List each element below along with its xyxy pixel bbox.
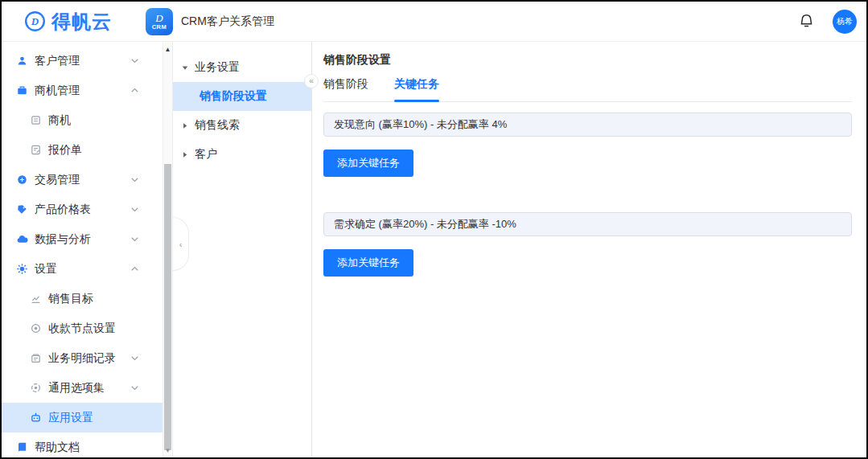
scrollbar-thumb[interactable] [164, 164, 171, 450]
stage-summary-banner: 发现意向 (赢率10%) - 未分配赢率 4% [323, 113, 852, 137]
sidebar-item-label: 设置 [35, 262, 57, 277]
help-doc-icon [16, 441, 28, 453]
tab-key-tasks[interactable]: 关键任务 [394, 77, 439, 101]
sidebar-item-7[interactable]: 数据与分析 [2, 224, 162, 254]
analytics-icon [16, 233, 28, 245]
sidebar-item-label: 报价单 [48, 143, 82, 158]
option-set-icon [30, 382, 42, 394]
sidebar-item-label: 数据与分析 [35, 232, 91, 247]
quotation-icon [30, 144, 42, 156]
chevron-down-icon [129, 352, 146, 364]
sidebar-item-3[interactable]: 商机 [2, 105, 162, 135]
arrow-down-icon [180, 62, 190, 74]
svg-text:D: D [31, 15, 39, 27]
tree-item-label: 销售线索 [195, 118, 240, 133]
sidebar-item-label: 产品价格表 [35, 203, 91, 217]
chevron-up-icon [129, 84, 146, 96]
app-body: 客户管理商机管理商机报价单交易管理产品价格表数据与分析设置销售目标收款节点设置业… [2, 42, 866, 457]
chevron-down-icon [129, 382, 146, 394]
trade-icon [16, 174, 28, 186]
scroll-up-arrow-icon[interactable]: ▲ [163, 46, 172, 54]
opportunity-doc-icon [30, 114, 42, 126]
sidebar-item-9[interactable]: 销售目标 [2, 284, 162, 314]
sidebar-item-13[interactable]: 应用设置 [2, 403, 162, 432]
pricelist-icon [16, 203, 28, 215]
sidebar-item-label: 商机管理 [35, 84, 80, 98]
sections: 发现意向 (赢率10%) - 未分配赢率 4%添加关键任务需求确定 (赢率20%… [323, 113, 852, 277]
stage-summary-banner: 需求确定 (赢率20%) - 未分配赢率 -10% [323, 212, 852, 236]
panel-collapse-button[interactable]: « [304, 74, 319, 88]
scroll-down-arrow-icon[interactable]: ▼ [163, 447, 172, 455]
arrow-right-icon [180, 149, 190, 161]
sidebar-item-label: 应用设置 [48, 411, 93, 425]
sidebar-item-5[interactable]: 交易管理 [2, 165, 162, 195]
sidebar-item-14[interactable]: 帮助文档 [2, 432, 162, 457]
tree-item-2[interactable]: 销售阶段设置 [173, 82, 311, 111]
chevron-down-icon [129, 55, 146, 67]
sidebar-item-label: 交易管理 [35, 173, 80, 187]
tree-item-label: 销售阶段设置 [200, 89, 267, 104]
chevron-down-icon [129, 233, 146, 245]
sales-target-icon [30, 293, 42, 305]
tab-sales-stage[interactable]: 销售阶段 [323, 77, 368, 101]
sidebar-item-6[interactable]: 产品价格表 [2, 195, 162, 224]
sidebar-item-12[interactable]: 通用选项集 [2, 373, 162, 403]
app-settings-icon [30, 412, 42, 424]
sidebar-item-label: 帮助文档 [35, 441, 80, 455]
tree-item-label: 客户 [195, 147, 217, 162]
sidebar-item-11[interactable]: 业务明细记录 [2, 343, 162, 373]
sidebar-scrollbar[interactable]: ▲ ▼ [162, 42, 173, 457]
sidebar-item-label: 收款节点设置 [48, 322, 116, 336]
crm-badge-label: CRM [152, 24, 167, 31]
crm-badge-mark: D [155, 13, 162, 23]
defan-logo-icon: D [24, 10, 46, 32]
tree-item-1[interactable]: 业务设置 [173, 53, 311, 82]
sidebar-item-8[interactable]: 设置 [2, 254, 162, 284]
sidebar-item-1[interactable]: 客户管理 [2, 46, 162, 76]
sidebar-item-label: 客户管理 [35, 54, 80, 68]
sidebar-item-10[interactable]: 收款节点设置 [2, 314, 162, 343]
logo-text: 得帆云 [51, 9, 112, 35]
arrow-right-icon [180, 120, 190, 132]
tree-items: 业务设置销售阶段设置销售线索客户 [173, 53, 311, 169]
tree-item-4[interactable]: 客户 [173, 140, 311, 169]
tree-item-3[interactable]: 销售线索 [173, 111, 311, 140]
sidebar-nav: 客户管理商机管理商机报价单交易管理产品价格表数据与分析设置销售目标收款节点设置业… [2, 42, 162, 457]
add-key-task-button[interactable]: 添加关键任务 [323, 150, 413, 177]
business-record-icon [30, 352, 42, 364]
user-avatar[interactable]: 杨希 [833, 10, 857, 34]
settings-tree-panel: ‹ « 业务设置销售阶段设置销售线索客户 [173, 42, 312, 457]
chevron-down-icon [129, 203, 146, 215]
sidebar-collapse-handle[interactable]: ‹ [173, 217, 189, 271]
page-title: 销售阶段设置 [323, 53, 852, 68]
sidebar-item-2[interactable]: 商机管理 [2, 76, 162, 105]
stage-section-1: 发现意向 (赢率10%) - 未分配赢率 4%添加关键任务 [323, 113, 852, 177]
sidebar-item-label: 业务明细记录 [48, 351, 116, 366]
chevron-up-icon [129, 263, 146, 275]
sidebar-item-label: 销售目标 [48, 292, 93, 306]
sidebar-item-label: 商机 [48, 113, 71, 128]
defan-cloud-logo: D 得帆云 [24, 9, 112, 35]
tab-bar: 销售阶段 关键任务 [323, 77, 852, 102]
settings-icon [16, 263, 28, 275]
chevron-down-icon [129, 174, 146, 186]
header-actions: 杨希 [798, 10, 857, 34]
main-content: 销售阶段设置 销售阶段 关键任务 发现意向 (赢率10%) - 未分配赢率 4%… [312, 42, 866, 457]
crm-app-badge-icon: D CRM [146, 8, 173, 35]
sidebar-item-label: 通用选项集 [48, 381, 105, 395]
opportunity-icon [16, 84, 28, 96]
payment-node-icon [30, 322, 42, 334]
customers-icon [16, 55, 28, 67]
sidebar-item-4[interactable]: 报价单 [2, 135, 162, 165]
add-key-task-button[interactable]: 添加关键任务 [323, 249, 413, 277]
stage-section-2: 需求确定 (赢率20%) - 未分配赢率 -10%添加关键任务 [323, 212, 852, 277]
notification-bell-icon[interactable] [798, 13, 815, 30]
crm-app-window: D 得帆云 D CRM CRM客户关系管理 杨希 客户管理商机管理商机报价单交易… [0, 0, 868, 459]
top-header: D 得帆云 D CRM CRM客户关系管理 杨希 [2, 2, 866, 42]
tree-item-label: 业务设置 [195, 60, 240, 75]
app-title: CRM客户关系管理 [181, 14, 274, 29]
